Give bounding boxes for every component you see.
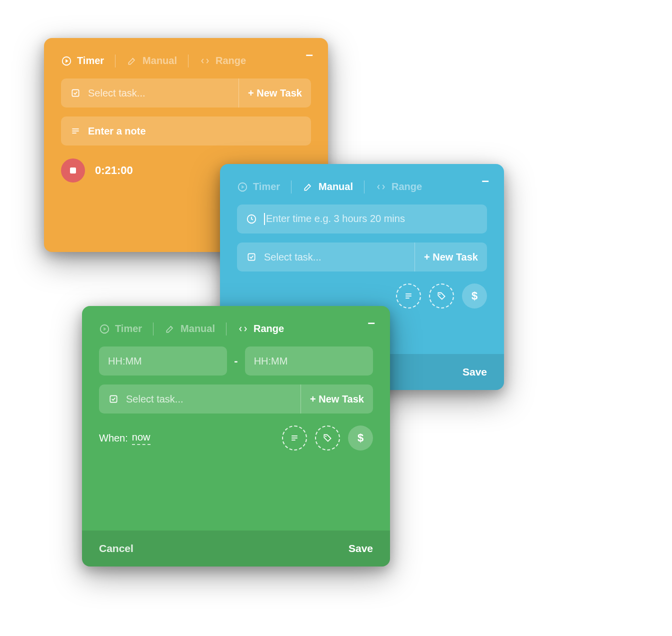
card-footer: Cancel Save [82, 530, 390, 566]
time-placeholder: Enter time e.g. 3 hours 20 mins [264, 213, 478, 226]
task-check-icon [246, 252, 257, 262]
tab-range[interactable]: Range [200, 52, 246, 70]
select-task-field[interactable]: Select task... + New Task [99, 384, 373, 414]
tab-label: Timer [253, 181, 280, 192]
tabs: Timer Manual Range – [237, 178, 487, 196]
when-label: When: [99, 432, 128, 444]
tab-label: Timer [77, 55, 104, 66]
select-task-placeholder: Select task... [126, 394, 294, 405]
when-section: When: now [99, 432, 150, 445]
minimize-button[interactable]: – [482, 173, 489, 188]
minimize-button[interactable]: – [368, 315, 375, 330]
tab-label: Timer [115, 323, 142, 334]
note-lines-icon [290, 433, 300, 443]
tab-timer[interactable]: Timer [99, 320, 142, 338]
range-card: Timer Manual Range – HH:MM - [82, 306, 390, 566]
minimize-button[interactable]: – [306, 47, 313, 62]
range-arrows-icon [238, 324, 248, 334]
stop-button[interactable] [61, 158, 85, 182]
note-lines-icon [404, 291, 414, 301]
svg-point-17 [325, 436, 326, 437]
tab-divider [226, 322, 226, 336]
tag-icon [322, 433, 332, 443]
play-circle-icon [237, 182, 248, 192]
svg-point-11 [439, 294, 440, 295]
select-task-field[interactable]: Select task... + New Task [237, 242, 487, 272]
range-arrows-icon [376, 182, 386, 192]
tag-button[interactable] [315, 426, 340, 450]
select-task-placeholder: Select task... [88, 88, 232, 99]
tab-label: Manual [318, 181, 353, 192]
tab-range[interactable]: Range [376, 178, 422, 196]
edit-icon [126, 56, 138, 66]
edit-icon [302, 182, 314, 192]
tab-divider [364, 180, 364, 194]
task-check-icon [108, 394, 119, 404]
billable-button[interactable]: $ [462, 284, 487, 308]
dollar-icon: $ [472, 290, 478, 302]
tab-label: Range [216, 55, 246, 66]
tab-label: Range [392, 181, 422, 192]
action-row: $ [237, 280, 487, 308]
edit-icon [164, 324, 176, 334]
billable-button[interactable]: $ [348, 426, 373, 450]
note-field[interactable]: Enter a note [61, 116, 311, 146]
tab-label: Range [254, 323, 284, 334]
new-task-button[interactable]: + New Task [300, 384, 364, 414]
range-dash: - [234, 354, 238, 368]
tab-manual[interactable]: Manual [126, 52, 177, 70]
clock-icon [246, 214, 257, 224]
tab-manual[interactable]: Manual [302, 178, 353, 196]
select-task-field[interactable]: Select task... + New Task [61, 78, 311, 108]
time-from-placeholder: HH:MM [108, 356, 218, 367]
tab-range[interactable]: Range [238, 320, 284, 338]
play-circle-icon [61, 56, 72, 66]
tab-divider [115, 54, 116, 68]
tab-divider [291, 180, 292, 194]
note-placeholder: Enter a note [88, 126, 302, 137]
tab-timer[interactable]: Timer [61, 52, 104, 70]
task-check-icon [70, 88, 81, 98]
tabs: Timer Manual Range – [61, 52, 311, 70]
timer-value: 0:21:00 [95, 164, 133, 177]
save-button[interactable]: Save [348, 542, 373, 554]
text-caret [264, 213, 265, 225]
time-input-field[interactable]: Enter time e.g. 3 hours 20 mins [237, 204, 487, 234]
tag-button[interactable] [429, 284, 454, 308]
svg-rect-7 [248, 254, 254, 260]
range-arrows-icon [200, 56, 210, 66]
tab-timer[interactable]: Timer [237, 178, 280, 196]
note-button[interactable] [396, 284, 421, 308]
time-to-field[interactable]: HH:MM [245, 346, 373, 376]
note-button[interactable] [282, 426, 307, 450]
tag-icon [436, 291, 446, 301]
note-lines-icon [70, 126, 81, 136]
tab-manual[interactable]: Manual [164, 320, 215, 338]
svg-rect-13 [110, 396, 116, 402]
dollar-icon: $ [358, 432, 364, 444]
when-value-link[interactable]: now [132, 432, 150, 445]
tab-label: Manual [180, 323, 215, 334]
play-circle-icon [99, 324, 110, 334]
tabs: Timer Manual Range – [99, 320, 373, 338]
range-row: HH:MM - HH:MM [99, 346, 373, 376]
time-to-placeholder: HH:MM [254, 356, 364, 367]
select-task-placeholder: Select task... [264, 252, 408, 263]
stop-icon [70, 168, 76, 174]
save-button[interactable]: Save [462, 366, 487, 378]
time-from-field[interactable]: HH:MM [99, 346, 227, 376]
cancel-button[interactable]: Cancel [99, 542, 134, 554]
tab-label: Manual [142, 55, 177, 66]
tab-divider [153, 322, 154, 336]
new-task-button[interactable]: + New Task [414, 242, 478, 272]
svg-rect-1 [72, 90, 78, 96]
action-row: When: now $ [99, 422, 373, 450]
card-body: Timer Manual Range – HH:MM - [82, 306, 390, 530]
new-task-button[interactable]: + New Task [238, 78, 302, 108]
tab-divider [188, 54, 188, 68]
